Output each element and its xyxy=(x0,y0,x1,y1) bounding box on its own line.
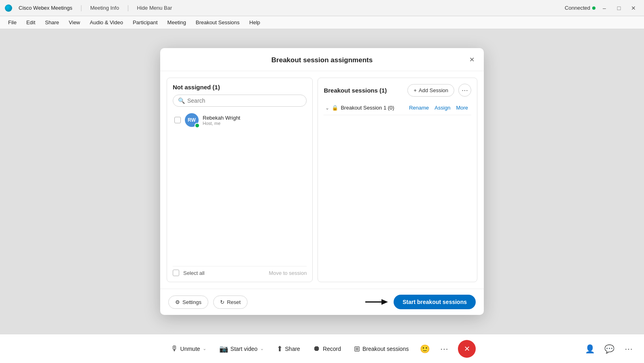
avatar-initials: RW xyxy=(188,117,196,123)
breakout-sessions-panel: Breakout sessions (1) + Add Session ⋯ ⌄ … xyxy=(318,78,477,282)
search-icon: 🔍 xyxy=(178,97,185,104)
list-item: RW Rebekah Wright Host, me xyxy=(173,111,307,129)
menu-file[interactable]: File xyxy=(4,18,21,27)
select-all-label[interactable]: Select all xyxy=(183,270,205,276)
bottom-toolbar: 🎙 Unmute ⌄ 📷 Start video ⌄ ⬆ Share ⏺ Rec… xyxy=(0,334,644,363)
start-video-label: Start video xyxy=(231,346,258,352)
assign-button[interactable]: Assign xyxy=(433,104,452,112)
sessions-more-button[interactable]: ⋯ xyxy=(458,84,471,97)
online-indicator xyxy=(195,124,199,127)
record-button[interactable]: ⏺ Record xyxy=(307,341,347,356)
main-content: Breakout session assignments ✕ Not assig… xyxy=(0,29,644,334)
move-to-session-button[interactable]: Move to session xyxy=(269,270,307,276)
session-chevron-icon[interactable]: ⌄ xyxy=(325,105,329,111)
participant-role: Host, me xyxy=(203,121,305,126)
share-label: Share xyxy=(285,346,300,352)
participants-button[interactable]: 👤 xyxy=(581,340,599,358)
more-button[interactable]: More xyxy=(454,104,470,112)
meeting-info-link[interactable]: Meeting Info xyxy=(90,5,119,11)
title-bar-left: Cisco Webex Meetings | Meeting Info | Hi… xyxy=(5,4,565,12)
plus-icon: + xyxy=(413,87,417,93)
add-session-button[interactable]: + Add Session xyxy=(407,84,454,97)
close-button[interactable]: ✕ xyxy=(628,2,639,14)
start-breakout-sessions-button[interactable]: Start breakout sessions xyxy=(394,295,476,309)
unmute-icon: 🎙 xyxy=(171,344,178,353)
svg-marker-1 xyxy=(381,299,388,305)
panel-footer: Select all Move to session xyxy=(173,266,307,276)
menu-edit[interactable]: Edit xyxy=(22,18,39,27)
arrow-icon xyxy=(364,296,389,308)
participant-name: Rebekah Wright xyxy=(203,115,305,121)
end-call-button[interactable]: ✕ xyxy=(458,340,476,358)
more-options-icon: ⋯ xyxy=(440,344,448,354)
menu-breakout-sessions[interactable]: Breakout Sessions xyxy=(192,18,244,27)
session-lock-icon: 🔒 xyxy=(332,105,338,111)
dialog-close-button[interactable]: ✕ xyxy=(466,54,477,65)
menu-participant[interactable]: Participant xyxy=(129,18,161,27)
rename-button[interactable]: Rename xyxy=(407,104,430,112)
unmute-chevron-icon: ⌄ xyxy=(203,346,206,351)
not-assigned-title: Not assigned (1) xyxy=(173,84,307,91)
app-icon xyxy=(5,4,12,12)
settings-icon: ⚙ xyxy=(175,299,180,305)
participants-icon: 👤 xyxy=(585,344,595,354)
title-bar-right: Connected – □ ✕ xyxy=(565,2,639,14)
dialog-footer: ⚙ Settings ↻ Reset Start breakout sessio… xyxy=(160,289,484,315)
menu-meeting[interactable]: Meeting xyxy=(163,18,190,27)
dialog-body: Not assigned (1) 🔍 RW xyxy=(160,71,484,289)
breakout-sessions-label: Breakout sessions xyxy=(362,346,409,352)
reset-icon: ↻ xyxy=(220,299,225,305)
end-call-icon: ✕ xyxy=(464,344,470,353)
reset-label: Reset xyxy=(227,299,241,305)
more-options-button[interactable]: ⋯ xyxy=(435,340,453,358)
minimize-button[interactable]: – xyxy=(599,2,610,14)
emoji-icon: 🙂 xyxy=(420,344,430,354)
participant-checkbox[interactable] xyxy=(174,117,181,123)
menu-share[interactable]: Share xyxy=(41,18,63,27)
arrow-indicator xyxy=(364,296,389,308)
avatar-badge xyxy=(195,123,199,128)
session-name: Breakout Session 1 (0) xyxy=(341,105,405,111)
app-name: Cisco Webex Meetings xyxy=(19,5,72,11)
share-icon: ⬆ xyxy=(277,344,283,353)
emoji-button[interactable]: 🙂 xyxy=(416,340,434,358)
unmute-label: Unmute xyxy=(180,346,200,352)
session-list: ⌄ 🔒 Breakout Session 1 (0) Rename Assign… xyxy=(324,101,471,276)
separator2: | xyxy=(127,4,129,12)
video-icon: 📷 xyxy=(219,344,228,353)
participant-info: Rebekah Wright Host, me xyxy=(203,115,305,126)
connected-badge: Connected xyxy=(565,5,595,11)
toolbar-right: 👤 💬 ⋯ xyxy=(581,340,638,358)
dialog-header: Breakout session assignments ✕ xyxy=(160,48,484,71)
breakout-sessions-title: Breakout sessions (1) xyxy=(324,87,403,94)
menu-bar: File Edit Share View Audio & Video Parti… xyxy=(0,16,644,29)
settings-button[interactable]: ⚙ Settings xyxy=(168,295,208,309)
search-box[interactable]: 🔍 xyxy=(173,95,307,107)
right-panel-header: Breakout sessions (1) + Add Session ⋯ xyxy=(324,84,471,97)
chat-icon: 💬 xyxy=(604,344,614,354)
unmute-button[interactable]: 🎙 Unmute ⌄ xyxy=(165,341,212,356)
separator: | xyxy=(80,4,82,12)
menu-help[interactable]: Help xyxy=(245,18,264,27)
select-all-checkbox[interactable] xyxy=(173,270,179,276)
hide-menu-bar-link[interactable]: Hide Menu Bar xyxy=(137,5,172,11)
share-button[interactable]: ⬆ Share xyxy=(271,341,306,357)
avatar: RW xyxy=(185,113,199,127)
add-session-label: Add Session xyxy=(419,87,448,93)
reset-button[interactable]: ↻ Reset xyxy=(213,295,248,309)
search-input[interactable] xyxy=(187,97,301,104)
start-video-button[interactable]: 📷 Start video ⌄ xyxy=(214,341,269,357)
record-icon: ⏺ xyxy=(313,344,320,353)
video-chevron-icon: ⌄ xyxy=(260,346,264,351)
menu-audio-video[interactable]: Audio & Video xyxy=(86,18,127,27)
dialog-title: Breakout session assignments xyxy=(271,56,373,64)
breakout-sessions-toolbar-button[interactable]: ⊞ Breakout sessions xyxy=(348,341,414,357)
settings-label: Settings xyxy=(182,299,201,305)
chat-button[interactable]: 💬 xyxy=(600,340,618,358)
connected-dot xyxy=(592,6,595,10)
participant-list: RW Rebekah Wright Host, me xyxy=(173,111,307,262)
record-label: Record xyxy=(323,346,341,352)
maximize-button[interactable]: □ xyxy=(613,2,625,14)
menu-view[interactable]: View xyxy=(65,18,84,27)
toolbar-more-button[interactable]: ⋯ xyxy=(620,340,638,358)
